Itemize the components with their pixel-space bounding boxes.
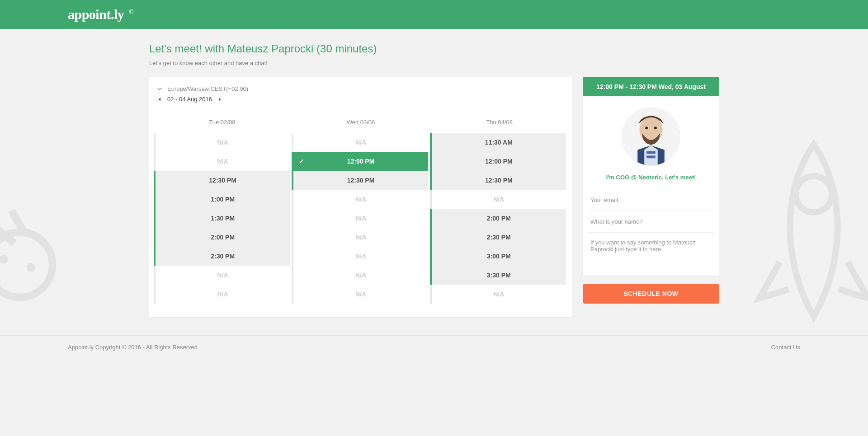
svg-point-7	[639, 117, 662, 143]
calendar-column: N/A✓12:00 PM12:30 PMN/AN/AN/AN/AN/AN/A	[291, 133, 429, 304]
message-field[interactable]	[588, 233, 714, 274]
prev-range-button[interactable]	[156, 96, 163, 103]
time-slot[interactable]: 12:00 PM	[430, 152, 566, 171]
time-slot-label: N/A	[217, 139, 228, 146]
svg-point-2	[26, 263, 35, 272]
footer-copyright: Appoint.ly Copyright © 2016 - All Rights…	[68, 344, 198, 351]
svg-point-0	[0, 232, 52, 297]
time-slot-unavailable: N/A	[430, 190, 566, 209]
time-slot-label: N/A	[355, 253, 366, 260]
calendar-column-header: Tue 02/08	[153, 114, 292, 133]
time-slot-unavailable: N/A	[154, 266, 290, 285]
timezone-label[interactable]: Europe/Warsaw CEST(+02:00)	[167, 85, 248, 92]
bg-decoration-left	[0, 194, 90, 303]
time-slot-label: 2:00 PM	[487, 215, 511, 222]
calendar-column: 11:30 AM12:00 PM12:30 PMN/A2:00 PM2:30 P…	[429, 133, 567, 304]
time-slot[interactable]: 3:00 PM	[430, 247, 566, 266]
time-slot-label: 12:30 PM	[485, 177, 513, 184]
calendar-body[interactable]: N/AN/A12:30 PM1:00 PM1:30 PM2:00 PM2:30 …	[153, 133, 569, 304]
svg-point-5	[796, 176, 832, 212]
logo-mark: ©	[129, 9, 133, 15]
time-slot-selected[interactable]: ✓12:00 PM	[292, 152, 428, 171]
time-slot-label: 2:30 PM	[211, 253, 235, 260]
calendar-headers: Tue 02/08Wed 03/08Thu 04/08	[153, 114, 569, 133]
time-slot-label: 3:30 PM	[487, 272, 511, 279]
svg-point-1	[0, 255, 8, 263]
time-slot-label: N/A	[355, 291, 366, 298]
time-slot-label: 12:00 PM	[485, 158, 513, 165]
time-slot[interactable]: 1:00 PM	[154, 190, 290, 209]
topbar: appoint.ly ©	[0, 0, 868, 29]
calendar-panel: Europe/Warsaw CEST(+02:00) 02 - 04 Aug 2…	[149, 77, 572, 317]
time-slot-unavailable: N/A	[430, 285, 566, 304]
time-slot[interactable]: 11:30 AM	[430, 133, 566, 152]
host-avatar-wrap	[583, 96, 719, 171]
time-slot[interactable]: 12:30 PM	[292, 171, 428, 190]
time-slot-label: N/A	[355, 234, 366, 241]
booking-panel: 12:00 PM - 12:30 PM Wed, 03 August	[583, 77, 719, 304]
time-slot-unavailable: N/A	[292, 266, 428, 285]
time-slot[interactable]: 2:00 PM	[430, 209, 566, 228]
time-slot-label: 11:30 AM	[485, 139, 513, 146]
date-range-label: 02 - 04 Aug 2016	[167, 96, 212, 103]
time-slot-label: 1:30 PM	[211, 215, 235, 222]
svg-point-9	[654, 127, 657, 129]
caret-left-icon	[157, 97, 162, 102]
chevron-down-icon	[157, 86, 162, 92]
selected-time-banner: 12:00 PM - 12:30 PM Wed, 03 August	[583, 77, 719, 96]
time-slot[interactable]: 1:30 PM	[154, 209, 290, 228]
time-slot[interactable]: 12:30 PM	[154, 171, 290, 190]
time-slot-unavailable: N/A	[154, 285, 290, 304]
time-slot-label: N/A	[355, 272, 366, 279]
time-slot-label: N/A	[217, 158, 228, 165]
svg-line-3	[0, 221, 14, 243]
host-avatar	[622, 107, 680, 166]
calendar-column: N/AN/A12:30 PM1:00 PM1:30 PM2:00 PM2:30 …	[153, 133, 291, 304]
time-slot-label: N/A	[217, 272, 228, 279]
time-slot[interactable]: 2:30 PM	[154, 247, 290, 266]
page-subtitle: Let's get to know each other and have a …	[149, 60, 719, 66]
time-slot-label: N/A	[355, 215, 366, 222]
logo-text: appoint.ly	[68, 7, 124, 22]
calendar-column-header: Wed 03/08	[292, 114, 430, 133]
next-range-button[interactable]	[217, 96, 223, 103]
host-bio: I'm COO @ Neoteric. Let's meet!	[588, 171, 714, 189]
svg-point-8	[645, 127, 648, 129]
time-slot-label: N/A	[493, 196, 504, 203]
time-slot-label: 2:30 PM	[487, 234, 511, 241]
time-slot-label: 3:00 PM	[487, 253, 511, 260]
time-slot[interactable]: 3:30 PM	[430, 266, 566, 285]
svg-rect-11	[646, 151, 656, 154]
time-slot-label: N/A	[355, 139, 366, 146]
logo[interactable]: appoint.ly ©	[68, 7, 133, 22]
time-slot-label: 1:00 PM	[211, 196, 235, 203]
time-slot[interactable]: 2:30 PM	[430, 228, 566, 247]
time-slot-label: 2:00 PM	[211, 234, 235, 241]
time-slot-unavailable: N/A	[292, 190, 428, 209]
page-title: Let's meet! with Mateusz Paprocki (30 mi…	[149, 42, 719, 55]
time-slot-unavailable: N/A	[292, 133, 428, 152]
time-slot-unavailable: N/A	[292, 228, 428, 247]
time-slot-unavailable: N/A	[292, 209, 428, 228]
name-field[interactable]	[588, 211, 714, 232]
footer-contact-link[interactable]: Contact Us	[771, 344, 800, 351]
calendar-column-header: Thu 04/08	[430, 114, 569, 133]
time-slot-label: N/A	[493, 291, 504, 298]
time-slot-unavailable: N/A	[292, 285, 428, 304]
time-slot-label: N/A	[217, 291, 228, 298]
schedule-button[interactable]: SCHEDULE NOW	[583, 284, 719, 304]
svg-line-4	[12, 211, 25, 235]
time-slot-unavailable: N/A	[292, 247, 428, 266]
footer: Appoint.ly Copyright © 2016 - All Rights…	[0, 335, 868, 359]
time-slot-unavailable: N/A	[154, 133, 290, 152]
time-slot-label: 12:30 PM	[209, 177, 236, 184]
time-slot-label: 12:00 PM	[347, 158, 375, 165]
time-slot[interactable]: 12:30 PM	[430, 171, 566, 190]
email-field[interactable]	[588, 189, 714, 211]
time-slot-unavailable: N/A	[154, 152, 290, 171]
time-slot[interactable]: 2:00 PM	[154, 228, 290, 247]
svg-rect-12	[646, 155, 656, 158]
time-slot-label: N/A	[355, 196, 366, 203]
time-slot-label: 12:30 PM	[347, 177, 375, 184]
timezone-dropdown-toggle[interactable]	[156, 86, 163, 92]
